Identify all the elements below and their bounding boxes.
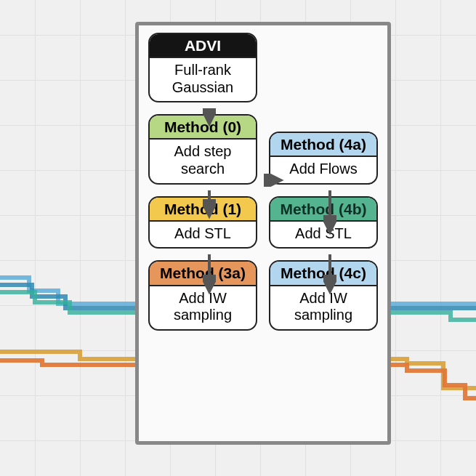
- diagram-panel: ADVI Full-rank Gaussian Method (0) Add s…: [135, 22, 391, 445]
- node-advi: ADVI Full-rank Gaussian: [148, 33, 257, 102]
- node-m4a-head: Method (4a): [270, 133, 376, 157]
- node-m0-body: Add step search: [150, 140, 256, 182]
- node-advi-body: Full-rank Gaussian: [150, 58, 256, 101]
- left-column: ADVI Full-rank Gaussian Method (0) Add s…: [148, 33, 258, 432]
- right-column: Method (4a) Add Flows Method (4b) Add ST…: [268, 33, 379, 432]
- node-method-4a: Method (4a) Add Flows: [269, 132, 378, 185]
- node-m4a-body: Add Flows: [270, 157, 376, 183]
- node-m1-body: Add STL: [150, 222, 256, 248]
- node-advi-head: ADVI: [150, 34, 256, 58]
